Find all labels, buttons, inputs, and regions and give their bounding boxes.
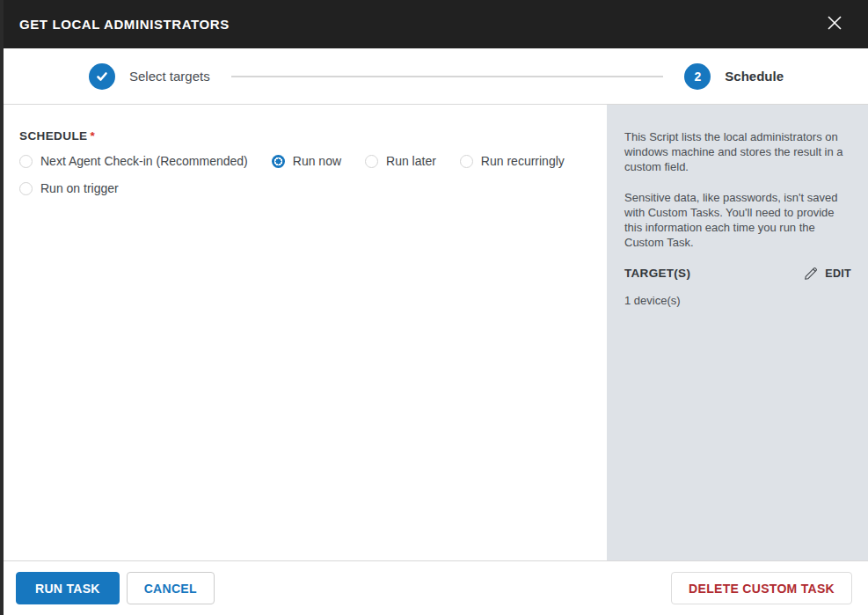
modal-footer: RUN TASK CANCEL DELETE CUSTOM TASK <box>0 560 868 615</box>
step-schedule-label: Schedule <box>725 69 784 84</box>
radio-option-run-on-trigger[interactable]: Run on trigger <box>19 181 119 195</box>
required-marker: * <box>90 129 95 143</box>
edit-targets-button[interactable]: EDIT <box>804 266 851 281</box>
targets-value: 1 device(s) <box>624 294 851 307</box>
radio-label: Run later <box>386 154 436 168</box>
schedule-label-text: SCHEDULE <box>19 129 87 143</box>
info-sidebar: This Script lists the local administrato… <box>607 105 868 560</box>
modal-body: SCHEDULE* Next Agent Check-in (Recommend… <box>0 105 868 560</box>
script-description: This Script lists the local administrato… <box>624 129 851 174</box>
close-icon <box>827 15 842 33</box>
edit-label: EDIT <box>825 267 851 280</box>
radio-option-run-now[interactable]: Run now <box>272 154 341 168</box>
stepper-connector <box>231 76 664 77</box>
schedule-pane: SCHEDULE* Next Agent Check-in (Recommend… <box>0 105 607 560</box>
check-icon <box>89 63 115 90</box>
radio-label: Run recurringly <box>481 154 565 168</box>
radio-label: Next Agent Check-in (Recommended) <box>40 154 248 168</box>
pencil-icon <box>804 266 825 281</box>
step-schedule[interactable]: 2 Schedule <box>684 63 784 90</box>
run-task-button[interactable]: RUN TASK <box>16 572 120 604</box>
radio-option-run-recurringly[interactable]: Run recurringly <box>460 154 565 168</box>
radio-input-next-agent-checkin[interactable] <box>19 155 33 168</box>
left-edge-strip <box>0 0 4 615</box>
schedule-options-row-1: Next Agent Check-in (Recommended) Run no… <box>19 154 589 168</box>
modal-title: GET LOCAL ADMINISTRATORS <box>19 17 230 32</box>
step-select-targets[interactable]: Select targets <box>89 63 210 90</box>
sensitive-data-note: Sensitive data, like passwords, isn't sa… <box>624 190 851 250</box>
radio-label: Run on trigger <box>40 181 119 195</box>
radio-input-run-on-trigger[interactable] <box>19 182 33 195</box>
schedule-field-label: SCHEDULE* <box>19 129 589 143</box>
targets-row: TARGET(S) EDIT <box>624 266 851 281</box>
radio-input-run-recurringly[interactable] <box>460 155 473 168</box>
schedule-options-row-2: Run on trigger <box>19 181 589 195</box>
targets-label: TARGET(S) <box>624 267 690 280</box>
modal-header: GET LOCAL ADMINISTRATORS <box>0 0 868 48</box>
step-number-badge: 2 <box>684 63 711 90</box>
radio-input-run-later[interactable] <box>365 155 378 168</box>
cancel-button[interactable]: CANCEL <box>127 572 215 604</box>
step-select-targets-label: Select targets <box>129 69 210 84</box>
radio-option-next-agent-checkin[interactable]: Next Agent Check-in (Recommended) <box>19 154 248 168</box>
stepper: Select targets 2 Schedule <box>0 48 868 105</box>
delete-custom-task-button[interactable]: DELETE CUSTOM TASK <box>671 572 852 604</box>
radio-input-run-now[interactable] <box>272 155 285 168</box>
radio-option-run-later[interactable]: Run later <box>365 154 436 168</box>
radio-label: Run now <box>293 154 341 168</box>
close-button[interactable] <box>822 12 847 37</box>
